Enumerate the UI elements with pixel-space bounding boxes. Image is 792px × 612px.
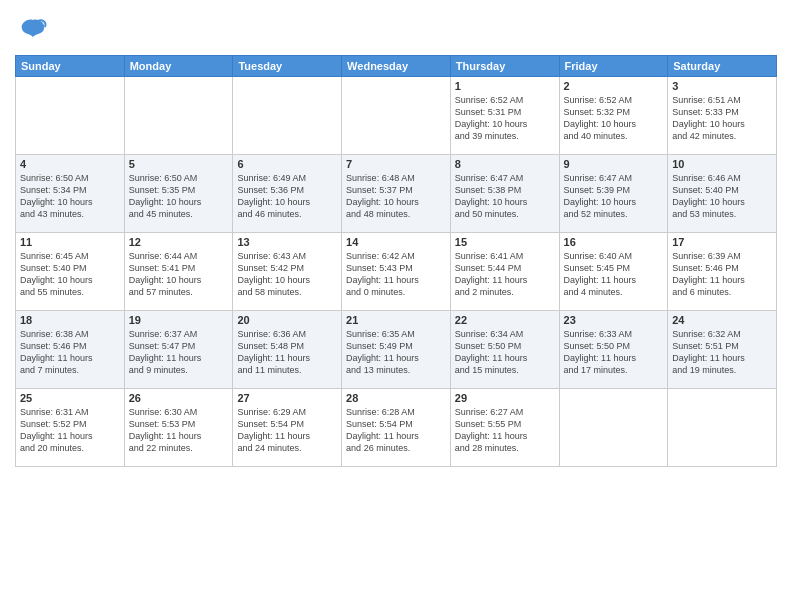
day-info: Sunrise: 6:44 AM Sunset: 5:41 PM Dayligh… [129,250,229,299]
calendar-week-1: 1Sunrise: 6:52 AM Sunset: 5:31 PM Daylig… [16,76,777,154]
calendar-cell: 14Sunrise: 6:42 AM Sunset: 5:43 PM Dayli… [342,232,451,310]
day-info: Sunrise: 6:51 AM Sunset: 5:33 PM Dayligh… [672,94,772,143]
calendar-cell: 20Sunrise: 6:36 AM Sunset: 5:48 PM Dayli… [233,310,342,388]
weekday-header-row: SundayMondayTuesdayWednesdayThursdayFrid… [16,55,777,76]
day-number: 17 [672,236,772,248]
day-info: Sunrise: 6:41 AM Sunset: 5:44 PM Dayligh… [455,250,555,299]
day-number: 14 [346,236,446,248]
day-info: Sunrise: 6:39 AM Sunset: 5:46 PM Dayligh… [672,250,772,299]
weekday-header-sunday: Sunday [16,55,125,76]
day-info: Sunrise: 6:37 AM Sunset: 5:47 PM Dayligh… [129,328,229,377]
calendar-cell: 19Sunrise: 6:37 AM Sunset: 5:47 PM Dayli… [124,310,233,388]
day-number: 3 [672,80,772,92]
calendar-cell: 17Sunrise: 6:39 AM Sunset: 5:46 PM Dayli… [668,232,777,310]
day-number: 26 [129,392,229,404]
calendar-cell: 24Sunrise: 6:32 AM Sunset: 5:51 PM Dayli… [668,310,777,388]
day-info: Sunrise: 6:50 AM Sunset: 5:35 PM Dayligh… [129,172,229,221]
day-info: Sunrise: 6:47 AM Sunset: 5:39 PM Dayligh… [564,172,664,221]
logo-bird-icon [18,15,48,45]
calendar-cell [342,76,451,154]
day-number: 8 [455,158,555,170]
calendar-cell: 6Sunrise: 6:49 AM Sunset: 5:36 PM Daylig… [233,154,342,232]
day-info: Sunrise: 6:30 AM Sunset: 5:53 PM Dayligh… [129,406,229,455]
calendar-cell: 7Sunrise: 6:48 AM Sunset: 5:37 PM Daylig… [342,154,451,232]
calendar-cell: 27Sunrise: 6:29 AM Sunset: 5:54 PM Dayli… [233,388,342,466]
day-info: Sunrise: 6:33 AM Sunset: 5:50 PM Dayligh… [564,328,664,377]
calendar-cell: 1Sunrise: 6:52 AM Sunset: 5:31 PM Daylig… [450,76,559,154]
calendar-cell [16,76,125,154]
day-number: 4 [20,158,120,170]
calendar-cell: 2Sunrise: 6:52 AM Sunset: 5:32 PM Daylig… [559,76,668,154]
day-number: 28 [346,392,446,404]
weekday-header-friday: Friday [559,55,668,76]
day-info: Sunrise: 6:42 AM Sunset: 5:43 PM Dayligh… [346,250,446,299]
calendar-cell: 28Sunrise: 6:28 AM Sunset: 5:54 PM Dayli… [342,388,451,466]
calendar-cell: 12Sunrise: 6:44 AM Sunset: 5:41 PM Dayli… [124,232,233,310]
day-number: 18 [20,314,120,326]
day-info: Sunrise: 6:40 AM Sunset: 5:45 PM Dayligh… [564,250,664,299]
day-number: 23 [564,314,664,326]
calendar-cell: 10Sunrise: 6:46 AM Sunset: 5:40 PM Dayli… [668,154,777,232]
calendar-cell: 11Sunrise: 6:45 AM Sunset: 5:40 PM Dayli… [16,232,125,310]
calendar-cell [233,76,342,154]
day-info: Sunrise: 6:29 AM Sunset: 5:54 PM Dayligh… [237,406,337,455]
day-info: Sunrise: 6:35 AM Sunset: 5:49 PM Dayligh… [346,328,446,377]
calendar-cell: 15Sunrise: 6:41 AM Sunset: 5:44 PM Dayli… [450,232,559,310]
day-number: 27 [237,392,337,404]
day-info: Sunrise: 6:31 AM Sunset: 5:52 PM Dayligh… [20,406,120,455]
calendar-cell: 26Sunrise: 6:30 AM Sunset: 5:53 PM Dayli… [124,388,233,466]
calendar-cell: 8Sunrise: 6:47 AM Sunset: 5:38 PM Daylig… [450,154,559,232]
day-number: 9 [564,158,664,170]
day-info: Sunrise: 6:34 AM Sunset: 5:50 PM Dayligh… [455,328,555,377]
calendar-week-4: 18Sunrise: 6:38 AM Sunset: 5:46 PM Dayli… [16,310,777,388]
calendar-cell: 22Sunrise: 6:34 AM Sunset: 5:50 PM Dayli… [450,310,559,388]
calendar-cell: 21Sunrise: 6:35 AM Sunset: 5:49 PM Dayli… [342,310,451,388]
calendar-cell [124,76,233,154]
calendar-table: SundayMondayTuesdayWednesdayThursdayFrid… [15,55,777,467]
day-number: 20 [237,314,337,326]
day-number: 21 [346,314,446,326]
day-info: Sunrise: 6:48 AM Sunset: 5:37 PM Dayligh… [346,172,446,221]
day-number: 19 [129,314,229,326]
weekday-header-tuesday: Tuesday [233,55,342,76]
calendar-cell: 18Sunrise: 6:38 AM Sunset: 5:46 PM Dayli… [16,310,125,388]
page-container: SundayMondayTuesdayWednesdayThursdayFrid… [0,0,792,472]
calendar-cell: 3Sunrise: 6:51 AM Sunset: 5:33 PM Daylig… [668,76,777,154]
day-info: Sunrise: 6:32 AM Sunset: 5:51 PM Dayligh… [672,328,772,377]
day-info: Sunrise: 6:52 AM Sunset: 5:31 PM Dayligh… [455,94,555,143]
day-number: 16 [564,236,664,248]
day-info: Sunrise: 6:28 AM Sunset: 5:54 PM Dayligh… [346,406,446,455]
day-number: 11 [20,236,120,248]
day-number: 13 [237,236,337,248]
calendar-cell: 4Sunrise: 6:50 AM Sunset: 5:34 PM Daylig… [16,154,125,232]
weekday-header-wednesday: Wednesday [342,55,451,76]
day-info: Sunrise: 6:50 AM Sunset: 5:34 PM Dayligh… [20,172,120,221]
day-number: 15 [455,236,555,248]
calendar-cell: 5Sunrise: 6:50 AM Sunset: 5:35 PM Daylig… [124,154,233,232]
calendar-cell [559,388,668,466]
logo [15,15,48,50]
day-info: Sunrise: 6:36 AM Sunset: 5:48 PM Dayligh… [237,328,337,377]
day-number: 2 [564,80,664,92]
day-info: Sunrise: 6:38 AM Sunset: 5:46 PM Dayligh… [20,328,120,377]
day-number: 24 [672,314,772,326]
calendar-cell: 9Sunrise: 6:47 AM Sunset: 5:39 PM Daylig… [559,154,668,232]
calendar-cell: 13Sunrise: 6:43 AM Sunset: 5:42 PM Dayli… [233,232,342,310]
day-info: Sunrise: 6:49 AM Sunset: 5:36 PM Dayligh… [237,172,337,221]
day-number: 25 [20,392,120,404]
day-info: Sunrise: 6:45 AM Sunset: 5:40 PM Dayligh… [20,250,120,299]
day-number: 5 [129,158,229,170]
weekday-header-monday: Monday [124,55,233,76]
weekday-header-saturday: Saturday [668,55,777,76]
calendar-cell [668,388,777,466]
day-info: Sunrise: 6:46 AM Sunset: 5:40 PM Dayligh… [672,172,772,221]
calendar-cell: 16Sunrise: 6:40 AM Sunset: 5:45 PM Dayli… [559,232,668,310]
logo-text [15,15,48,50]
calendar-cell: 23Sunrise: 6:33 AM Sunset: 5:50 PM Dayli… [559,310,668,388]
calendar-cell: 25Sunrise: 6:31 AM Sunset: 5:52 PM Dayli… [16,388,125,466]
day-info: Sunrise: 6:27 AM Sunset: 5:55 PM Dayligh… [455,406,555,455]
calendar-cell: 29Sunrise: 6:27 AM Sunset: 5:55 PM Dayli… [450,388,559,466]
calendar-week-2: 4Sunrise: 6:50 AM Sunset: 5:34 PM Daylig… [16,154,777,232]
day-number: 6 [237,158,337,170]
weekday-header-thursday: Thursday [450,55,559,76]
